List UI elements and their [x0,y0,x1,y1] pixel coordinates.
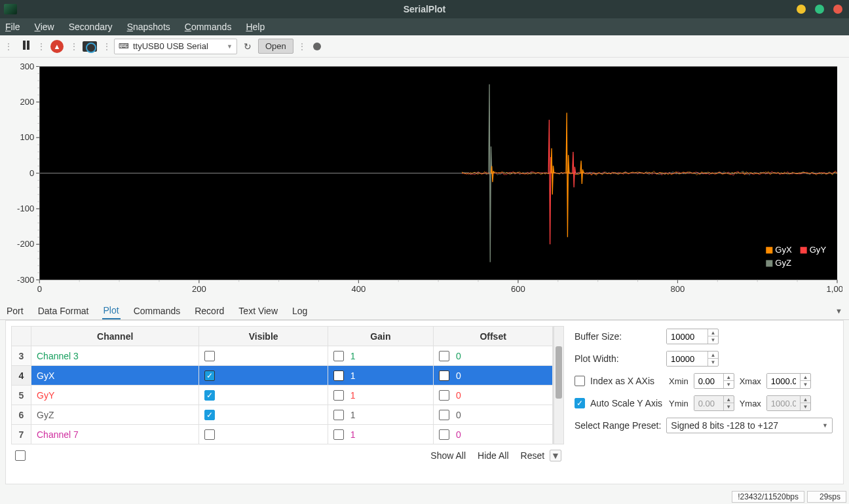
app-icon [4,4,17,14]
index-x-checkbox[interactable] [575,376,585,386]
chevron-down-icon: ▼ [822,422,828,429]
menu-view[interactable]: View [35,22,54,32]
window-title: SerialPlot [404,4,446,14]
menu-help[interactable]: Help [246,22,265,32]
port-select[interactable]: ⌨ ttyUSB0 USB Serial ▼ [114,39,237,54]
visible-checkbox[interactable] [204,429,215,440]
pause-button[interactable] [16,39,33,54]
th-visible: Visible [199,327,328,346]
snapshot-button[interactable] [81,39,98,54]
autoscale-y-label: Auto Scale Y Axis [590,398,664,408]
xmin-input[interactable]: ▲▼ [694,373,734,389]
reload-button[interactable]: ↻ [241,41,254,52]
th-gain: Gain [328,327,433,346]
svg-text:0: 0 [37,284,42,294]
svg-text:-300: -300 [17,275,34,285]
visible-checkbox[interactable] [204,370,215,381]
tab-text-view[interactable]: Text View [237,303,279,319]
svg-rect-82 [801,247,807,253]
tabs-overflow-icon[interactable]: ▼ [834,304,844,317]
svg-text:-100: -100 [17,204,34,213]
tab-commands[interactable]: Commands [132,303,182,319]
window-controls [797,5,842,14]
tab-record[interactable]: Record [193,303,225,319]
plot-width-label: Plot Width: [575,353,661,364]
hide-all-button[interactable]: Hide All [478,450,508,461]
tab-plot[interactable]: Plot [102,302,121,319]
svg-rect-84 [766,260,772,266]
svg-text:300: 300 [20,62,34,71]
svg-text:400: 400 [351,284,366,294]
svg-text:0: 0 [29,168,34,178]
titlebar: SerialPlot [0,0,849,18]
gain-checkbox[interactable] [333,410,344,420]
table-row[interactable]: 7 Channel 7 1 0 [12,425,553,444]
plug-icon: ⌨ [119,42,129,50]
gain-checkbox[interactable] [333,351,344,361]
ymin-label: Ymin [669,399,689,408]
offset-checkbox[interactable] [439,429,449,440]
tab-data-format[interactable]: Data Format [37,303,90,319]
reset-button[interactable]: Reset ▼ [521,450,561,461]
svg-text:GyX: GyX [775,245,792,255]
plot-panel: Channel Visible Gain Offset 3 Channel 3 … [5,320,844,484]
menu-file[interactable]: File [5,22,20,32]
plot-settings-form: Buffer Size: ▲▼ Plot Width: ▲▼ Index as … [569,326,838,478]
ymin-input: ▲▼ [694,395,734,411]
index-x-label: Index as X AXis [590,376,664,386]
offset-checkbox[interactable] [439,351,449,361]
gain-checkbox[interactable] [333,370,344,381]
footer-checkbox[interactable] [15,450,26,461]
svg-text:-200: -200 [17,239,34,249]
preset-select[interactable]: Signed 8 bits -128 to +127▼ [666,418,833,433]
autoscale-y-checkbox[interactable] [575,398,585,408]
maximize-button[interactable] [815,5,824,14]
table-row[interactable]: 6 GyZ 1 0 [12,405,553,425]
preset-label: Select Range Preset: [575,420,661,431]
table-footer: Show All Hide All Reset ▼ [11,444,564,461]
grip-icon: ⋮ [37,41,45,52]
chevron-down-icon[interactable]: ▼ [550,450,561,461]
xmax-input[interactable]: ▲▼ [766,373,811,389]
gain-checkbox[interactable] [333,429,344,440]
menu-commands[interactable]: Commands [185,22,232,32]
visible-checkbox[interactable] [204,410,215,420]
grip-icon: ⋮ [4,41,12,52]
close-button[interactable] [833,5,842,14]
plot-width-input[interactable]: ▲▼ [666,351,719,367]
status-bps: !23432/11520bps [732,491,804,503]
svg-text:GyZ: GyZ [775,258,791,268]
chevron-down-icon: ▼ [227,43,233,50]
table-row[interactable]: 3 Channel 3 1 0 [12,346,553,366]
ymax-label: Ymax [740,399,761,408]
menu-secondary[interactable]: Secondary [69,22,113,32]
ymax-input: ▲▼ [766,395,811,411]
grip-icon: ⋮ [102,41,110,52]
offset-checkbox[interactable] [439,390,449,401]
table-row[interactable]: 4 GyX 1 0 [12,366,553,386]
toolbar: ⋮ ⋮ ▲ ⋮ ⋮ ⌨ ttyUSB0 USB Serial ▼ ↻ Open … [0,35,849,58]
table-scrollbar[interactable] [554,326,564,444]
svg-text:200: 200 [20,97,34,107]
offset-checkbox[interactable] [439,410,449,420]
svg-text:200: 200 [192,284,206,294]
chart[interactable]: -300-200-100010020030002004006008001,000… [7,62,842,299]
camera-icon [83,41,97,52]
menu-snapshots[interactable]: Snapshots [127,22,170,32]
gain-checkbox[interactable] [333,390,344,401]
visible-checkbox[interactable] [204,351,215,361]
menubar: File View Secondary Snapshots Commands H… [0,18,849,35]
buffer-size-input[interactable]: ▲▼ [666,329,719,344]
offset-checkbox[interactable] [439,370,449,381]
port-select-value: ttyUSB0 USB Serial [133,41,208,51]
clear-button[interactable]: ▲ [48,39,66,54]
show-all-button[interactable]: Show All [430,450,466,461]
open-button[interactable]: Open [258,39,293,54]
th-offset: Offset [433,327,552,346]
tab-log[interactable]: Log [291,303,309,319]
table-row[interactable]: 5 GyY 1 0 [12,386,553,405]
visible-checkbox[interactable] [204,390,215,401]
grip-icon: ⋮ [297,41,305,52]
tab-port[interactable]: Port [5,303,25,319]
minimize-button[interactable] [797,5,806,14]
